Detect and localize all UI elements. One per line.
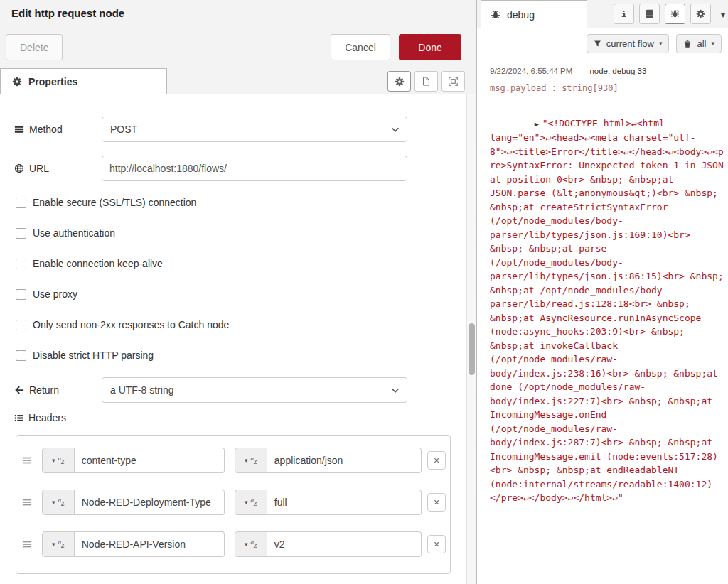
debug-message: 9/22/2024, 6:55:44 PM node: debug 33 msg…: [477, 58, 728, 529]
string-type-icon: az: [251, 539, 257, 549]
option-keep-alive[interactable]: Enable connection keep-alive: [16, 257, 163, 270]
debug-toolbar: current flow ▾ all ▾: [477, 28, 728, 58]
expand-editor-button[interactable]: [441, 71, 465, 92]
remove-header-button[interactable]: ×: [427, 535, 446, 553]
sidebar-icon-tabs: [614, 4, 711, 24]
edit-panel-scrollbar[interactable]: [466, 94, 476, 584]
header-name-type-button[interactable]: ▾ az: [42, 531, 75, 557]
tab-properties[interactable]: Properties: [0, 68, 167, 94]
return-label: Return: [14, 377, 59, 403]
option-label: Disable strict HTTP parsing: [33, 350, 154, 361]
method-label: Method: [14, 117, 63, 142]
expand-arrow-icon[interactable]: ▶: [535, 120, 539, 128]
dialog-header: Edit http request node: [0, 0, 476, 26]
tab-info-button[interactable]: [614, 4, 634, 24]
globe-icon: [14, 163, 24, 173]
header-row: ▾ az ▾ az ×: [16, 490, 450, 515]
url-label: URL: [14, 156, 49, 181]
caret-down-icon: ▾: [52, 541, 55, 548]
cancel-button[interactable]: Cancel: [331, 34, 390, 60]
debug-clear-label: all: [697, 38, 706, 49]
option-label: Enable secure (SSL/TLS) connection: [33, 197, 196, 208]
debug-message-list: 9/22/2024, 6:55:44 PM node: debug 33 msg…: [477, 58, 728, 529]
headers-editable-list: ▾ az ▾ az × ▾ az: [16, 435, 451, 574]
option-use-proxy[interactable]: Use proxy: [16, 288, 77, 301]
header-value-input[interactable]: [267, 490, 422, 515]
tab-debug-label: debug: [507, 9, 535, 21]
header-row: ▾ az ▾ az ×: [16, 448, 450, 473]
caret-down-icon: ▾: [711, 40, 714, 47]
arrow-left-icon: [14, 385, 24, 395]
non-2xx-catch-checkbox[interactable]: [16, 320, 26, 330]
header-name-input[interactable]: [75, 531, 225, 557]
header-name-type-button[interactable]: ▾ az: [42, 490, 75, 515]
debug-sidebar: debug ▾ current flow ▾ all ▾ 9/22/2024, …: [476, 0, 728, 584]
chevron-down-icon: [391, 127, 400, 133]
drag-handle-icon[interactable]: [22, 455, 38, 465]
debug-filter-button[interactable]: current flow ▾: [587, 34, 670, 53]
option-label: Enable connection keep-alive: [33, 258, 163, 269]
remove-header-button[interactable]: ×: [427, 451, 446, 470]
header-value-type-button[interactable]: ▾ az: [235, 448, 267, 473]
option-enable-ssl[interactable]: Enable secure (SSL/TLS) connection: [16, 196, 196, 209]
string-type-icon: az: [58, 497, 65, 507]
use-proxy-checkbox[interactable]: [16, 289, 26, 300]
tab-debug[interactable]: debug: [481, 0, 587, 28]
tab-debug-button[interactable]: [665, 4, 685, 24]
headers-label: Headers: [14, 411, 66, 425]
remove-header-button[interactable]: ×: [427, 493, 446, 512]
return-select[interactable]: a UTF-8 string: [102, 377, 407, 403]
payload-text: "<!DOCTYPE html>↵<html lang="en">↵<head>…: [490, 118, 728, 504]
funnel-icon: [594, 40, 601, 48]
tab-help-button[interactable]: [639, 4, 660, 24]
tasks-icon: [14, 124, 24, 134]
delete-button[interactable]: Delete: [6, 34, 63, 60]
string-type-icon: az: [251, 455, 257, 465]
caret-down-icon: ▾: [245, 499, 248, 506]
node-description-button[interactable]: [414, 71, 438, 92]
header-value-input[interactable]: [267, 448, 422, 473]
sidebar-tabbar: debug ▾: [477, 0, 728, 28]
option-use-authentication[interactable]: Use authentication: [16, 227, 115, 239]
tab-config-button[interactable]: [690, 4, 711, 24]
header-value-type-button[interactable]: ▾ az: [235, 490, 267, 515]
drag-handle-icon[interactable]: [22, 497, 38, 507]
enable-ssl-checkbox[interactable]: [16, 198, 26, 208]
bug-icon: [491, 10, 500, 20]
scrollbar-thumb[interactable]: [469, 323, 475, 375]
method-select[interactable]: POST: [102, 117, 407, 142]
done-button[interactable]: Done: [399, 34, 461, 60]
url-input[interactable]: [102, 156, 407, 181]
dialog-title: Edit http request node: [11, 7, 124, 19]
header-value-input[interactable]: [267, 531, 422, 557]
return-value: a UTF-8 string: [110, 384, 173, 396]
option-label: Only send non-2xx responses to Catch nod…: [33, 319, 229, 330]
gear-icon: [12, 77, 22, 87]
drag-handle-icon[interactable]: [22, 539, 38, 549]
header-value-type-button[interactable]: ▾ az: [235, 531, 267, 557]
option-non-2xx-catch[interactable]: Only send non-2xx responses to Catch nod…: [16, 318, 229, 331]
caret-down-icon: ▾: [52, 458, 55, 464]
option-disable-strict-parsing[interactable]: Disable strict HTTP parsing: [16, 349, 154, 362]
string-type-icon: az: [251, 497, 257, 507]
string-type-icon: az: [58, 455, 65, 465]
caret-down-icon: ▾: [245, 541, 248, 548]
edit-dialog: Edit http request node Delete Cancel Don…: [0, 0, 476, 584]
list-icon: [14, 413, 23, 423]
edit-tabbar: Properties: [0, 68, 476, 94]
header-name-input[interactable]: [75, 490, 225, 515]
message-meta: 9/22/2024, 6:55:44 PM node: debug 33: [490, 67, 719, 75]
debug-clear-button[interactable]: all ▾: [676, 34, 722, 53]
message-timestamp: 9/22/2024, 6:55:44 PM: [490, 67, 572, 75]
message-property: msg.payload : string[930]: [490, 83, 719, 93]
header-row: ▾ az ▾ az ×: [16, 531, 450, 557]
header-name-type-button[interactable]: ▾ az: [42, 448, 75, 473]
use-authentication-checkbox[interactable]: [16, 228, 26, 239]
message-payload: ▶"<!DOCTYPE html>↵<html lang="en">↵<head…: [490, 102, 727, 519]
keep-alive-checkbox[interactable]: [16, 259, 26, 269]
disable-strict-parsing-checkbox[interactable]: [16, 350, 26, 361]
node-settings-button[interactable]: [387, 71, 411, 92]
debug-filter-label: current flow: [606, 38, 654, 49]
header-name-input[interactable]: [75, 448, 225, 473]
sidebar-menu-caret-icon[interactable]: ▾: [721, 10, 725, 20]
